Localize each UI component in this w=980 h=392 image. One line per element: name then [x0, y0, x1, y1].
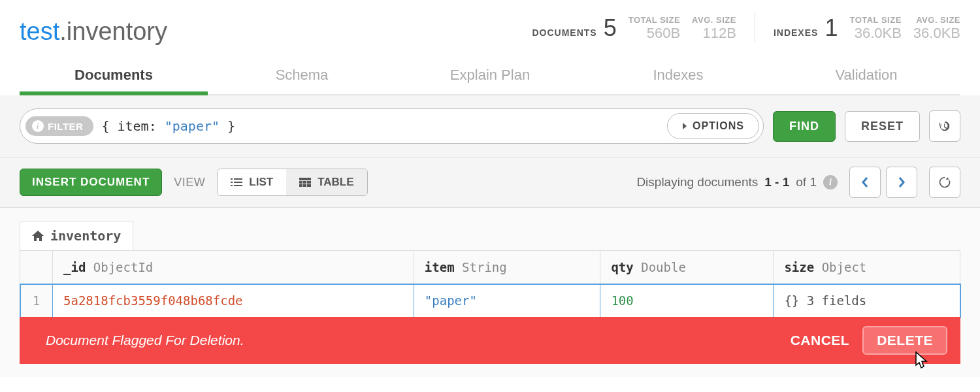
- table-icon: [299, 178, 311, 187]
- documents-table: _id ObjectId item String qty Double size…: [20, 250, 960, 318]
- idx-total-size: 36.0KB: [849, 25, 901, 42]
- documents-count: 5: [604, 14, 617, 42]
- delete-message: Document Flagged For Deletion.: [46, 333, 777, 348]
- col-size[interactable]: size Object: [774, 251, 960, 284]
- view-list-button[interactable]: LIST: [218, 169, 286, 195]
- docs-avg-size-label: AVG. SIZE: [692, 15, 736, 25]
- next-page-button[interactable]: [886, 167, 917, 198]
- delete-button[interactable]: DELETE: [862, 326, 947, 355]
- row-number-header: [20, 251, 53, 284]
- tab-explain-plan[interactable]: Explain Plan: [396, 59, 584, 94]
- col-item[interactable]: item String: [414, 251, 600, 284]
- view-table-button[interactable]: TABLE: [286, 169, 367, 195]
- refresh-icon: [938, 176, 951, 189]
- insert-document-button[interactable]: INSERT DOCUMENT: [20, 169, 162, 196]
- indexes-label: INDEXES: [774, 27, 818, 38]
- prev-page-button[interactable]: [849, 167, 881, 198]
- docs-avg-size: 112B: [692, 25, 736, 42]
- tab-documents[interactable]: Documents: [20, 59, 208, 94]
- list-icon: [231, 178, 242, 187]
- tab-validation[interactable]: Validation: [772, 59, 960, 94]
- col-qty[interactable]: qty Double: [600, 251, 774, 284]
- breadcrumb[interactable]: inventory: [20, 221, 133, 250]
- docs-total-size: 560B: [629, 25, 680, 42]
- tab-schema[interactable]: Schema: [208, 59, 396, 94]
- filter-input[interactable]: i FILTER { item: "paper" } OPTIONS: [20, 108, 764, 144]
- idx-avg-size-label: AVG. SIZE: [913, 15, 960, 25]
- options-button[interactable]: OPTIONS: [667, 113, 759, 139]
- reset-button[interactable]: RESET: [845, 111, 920, 142]
- indexes-count: 1: [825, 14, 838, 42]
- cell-item[interactable]: "paper": [414, 284, 600, 318]
- collection-name: inventory: [67, 18, 167, 45]
- row-number: 1: [20, 284, 53, 318]
- stats-separator: [755, 13, 755, 42]
- info-icon: i: [32, 120, 44, 132]
- chevron-left-icon: [861, 176, 869, 188]
- namespace-title: test.inventory: [20, 18, 512, 46]
- idx-total-size-label: TOTAL SIZE: [849, 15, 901, 25]
- tabs: Documents Schema Explain Plan Indexes Va…: [20, 59, 960, 95]
- docs-total-size-label: TOTAL SIZE: [629, 15, 680, 25]
- database-name: test: [20, 18, 59, 45]
- tab-indexes[interactable]: Indexes: [584, 59, 772, 94]
- table-row[interactable]: 1 5a2818fcb3559f048b68fcde "paper" 100 {…: [20, 284, 960, 318]
- refresh-button[interactable]: [929, 167, 960, 198]
- documents-label: DOCUMENTS: [532, 27, 596, 38]
- cell-size[interactable]: {} 3 fields: [774, 284, 960, 318]
- displaying-text: Displaying documents 1 - 1 of 1 i: [636, 175, 838, 189]
- cell-qty[interactable]: 100: [600, 284, 774, 318]
- view-label: VIEW: [174, 176, 205, 189]
- history-button[interactable]: [929, 110, 960, 142]
- home-icon: [32, 231, 44, 241]
- idx-avg-size: 36.0KB: [913, 25, 960, 42]
- chevron-right-icon: [898, 176, 906, 188]
- filter-query-text: { item: "paper" }: [101, 118, 659, 134]
- filter-pill: i FILTER: [25, 116, 93, 136]
- delete-banner: Document Flagged For Deletion. CANCEL DE…: [20, 317, 960, 364]
- cell-id[interactable]: 5a2818fcb3559f048b68fcde: [53, 284, 414, 318]
- view-toggle: LIST TABLE: [217, 169, 367, 196]
- info-icon[interactable]: i: [823, 175, 838, 189]
- caret-right-icon: [682, 122, 687, 130]
- history-icon: [938, 119, 952, 133]
- find-button[interactable]: FIND: [773, 111, 836, 142]
- col-id[interactable]: _id ObjectId: [53, 251, 414, 284]
- cancel-button[interactable]: CANCEL: [791, 333, 850, 348]
